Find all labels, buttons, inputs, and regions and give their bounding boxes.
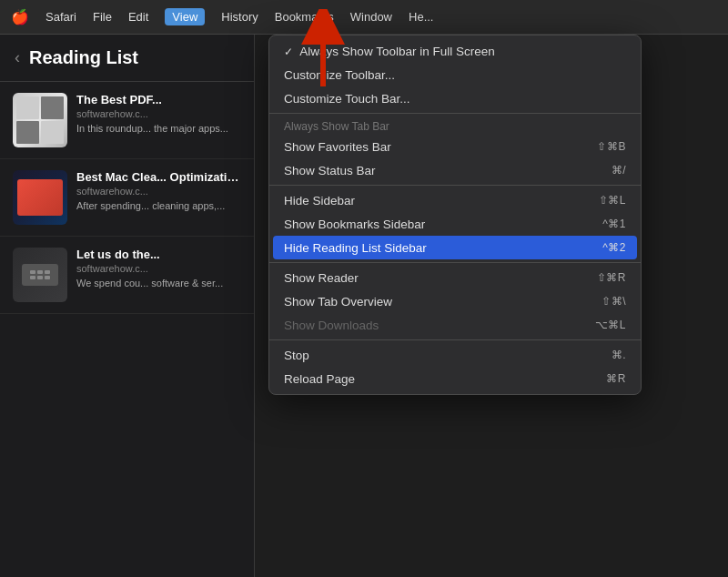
apple-menu[interactable]: 🍎 bbox=[11, 8, 29, 25]
menu-item-hide-sidebar[interactable]: Hide Sidebar⇧⌘L bbox=[269, 188, 641, 212]
menu-separator bbox=[269, 113, 641, 114]
menu-item-label: Reload Page bbox=[284, 372, 606, 386]
menu-item-label: Hide Reading List Sidebar bbox=[284, 241, 602, 255]
menu-item-show-tab-overview[interactable]: Show Tab Overview⇧⌘\ bbox=[269, 289, 641, 313]
menu-item-label: Hide Sidebar bbox=[284, 194, 599, 208]
menu-item-show-bookmarks-sidebar[interactable]: Show Bookmarks Sidebar^⌘1 bbox=[269, 212, 641, 236]
menubar-edit[interactable]: Edit bbox=[128, 10, 148, 24]
menu-shortcut: ⇧⌘B bbox=[597, 140, 626, 153]
reading-title-1: The Best PDF... bbox=[76, 93, 241, 106]
menu-shortcut: ^⌘1 bbox=[602, 218, 626, 230]
menu-item-stop[interactable]: Stop⌘. bbox=[269, 343, 641, 367]
menu-item-label: Show Status Bar bbox=[284, 164, 612, 177]
reading-content-2: Best Mac Clea... Optimization... softwar… bbox=[76, 170, 241, 225]
menubar-history[interactable]: History bbox=[221, 10, 258, 24]
menubar-window[interactable]: Window bbox=[350, 10, 392, 24]
menu-item-show-downloads: Show Downloads⌥⌘L bbox=[269, 313, 641, 337]
reading-desc-3: We spend cou... software & ser... bbox=[76, 277, 241, 290]
menu-item-label: Show Reader bbox=[284, 271, 597, 285]
menubar-view[interactable]: View bbox=[165, 8, 205, 25]
menu-shortcut: ⇧⌘L bbox=[599, 194, 626, 207]
sidebar-title: Reading List bbox=[29, 47, 138, 68]
menu-separator bbox=[269, 262, 641, 263]
reading-thumb-1 bbox=[13, 93, 67, 147]
sidebar-header: ‹ Reading List bbox=[0, 35, 254, 82]
view-menu-dropdown: ✓ Always Show Toolbar in Full ScreenCust… bbox=[268, 35, 642, 395]
reading-title-2: Best Mac Clea... Optimization... bbox=[76, 170, 241, 184]
reading-item-1[interactable]: The Best PDF... softwarehow.c... In this… bbox=[0, 82, 254, 159]
reading-item-2[interactable]: Best Mac Clea... Optimization... softwar… bbox=[0, 159, 254, 237]
sidebar-back-button[interactable]: ‹ bbox=[15, 48, 20, 67]
menu-shortcut: ⇧⌘R bbox=[597, 271, 626, 284]
menu-item-customize-touch-bar[interactable]: Customize Touch Bar... bbox=[269, 86, 641, 110]
menu-item-label: Show Favorites Bar bbox=[284, 140, 597, 154]
menu-shortcut: ⌘/ bbox=[612, 164, 626, 177]
menu-shortcut: ⌥⌘L bbox=[595, 319, 626, 331]
menubar-bookmarks[interactable]: Bookmarks bbox=[275, 10, 334, 24]
menu-shortcut: ⌘. bbox=[612, 349, 626, 361]
menu-item-show-favorites-bar[interactable]: Show Favorites Bar⇧⌘B bbox=[269, 135, 641, 158]
reading-thumb-3 bbox=[13, 248, 67, 302]
menu-item-label: Show Tab Overview bbox=[284, 295, 602, 309]
reading-thumb-2 bbox=[13, 170, 67, 225]
menubar-safari[interactable]: Safari bbox=[46, 10, 76, 24]
menu-item-label: Stop bbox=[284, 349, 612, 362]
reading-desc-2: After spending... cleaning apps,... bbox=[76, 199, 241, 213]
reading-title-3: Let us do the... bbox=[76, 248, 241, 261]
menu-item-label: ✓ Always Show Toolbar in Full Screen bbox=[284, 45, 626, 58]
menu-item-hide-reading-list-sidebar[interactable]: Hide Reading List Sidebar^⌘2 bbox=[273, 236, 637, 259]
menubar-help[interactable]: He... bbox=[409, 10, 433, 24]
menu-shortcut: ^⌘2 bbox=[602, 241, 626, 254]
reading-domain-2: softwarehow.c... bbox=[76, 186, 241, 197]
menu-shortcut: ⌘R bbox=[606, 372, 626, 385]
reading-content-3: Let us do the... softwarehow.c... We spe… bbox=[76, 248, 241, 302]
menubar: 🍎 Safari File Edit View History Bookmark… bbox=[0, 0, 728, 35]
menu-item-label: Show Downloads bbox=[284, 319, 595, 332]
menu-item-show-status-bar[interactable]: Show Status Bar⌘/ bbox=[269, 158, 641, 182]
menu-item-label: Show Bookmarks Sidebar bbox=[284, 218, 602, 231]
sidebar: ‹ Reading List The Best PDF... softwareh… bbox=[0, 35, 255, 577]
menu-separator bbox=[269, 339, 641, 340]
menu-section-label: Always Show Tab Bar bbox=[269, 116, 641, 135]
reading-desc-1: In this roundup... the major apps... bbox=[76, 122, 241, 136]
menu-item-always-show-toolbar-in-full-screen[interactable]: ✓ Always Show Toolbar in Full Screen bbox=[269, 39, 641, 63]
menu-item-show-reader[interactable]: Show Reader⇧⌘R bbox=[269, 266, 641, 289]
reading-domain-1: softwarehow.c... bbox=[76, 108, 241, 119]
menu-item-customize-toolbar[interactable]: Customize Toolbar... bbox=[269, 63, 641, 86]
menu-shortcut: ⇧⌘\ bbox=[602, 295, 626, 308]
menu-separator bbox=[269, 185, 641, 186]
reading-domain-3: softwarehow.c... bbox=[76, 263, 241, 274]
menu-item-label: Customize Touch Bar... bbox=[284, 92, 626, 106]
checkmark-icon: ✓ bbox=[284, 46, 296, 58]
reading-item-3[interactable]: Let us do the... softwarehow.c... We spe… bbox=[0, 237, 254, 314]
menu-item-reload-page[interactable]: Reload Page⌘R bbox=[269, 367, 641, 390]
reading-content-1: The Best PDF... softwarehow.c... In this… bbox=[76, 93, 241, 147]
menu-item-label: Customize Toolbar... bbox=[284, 68, 626, 82]
menubar-file[interactable]: File bbox=[93, 10, 112, 24]
